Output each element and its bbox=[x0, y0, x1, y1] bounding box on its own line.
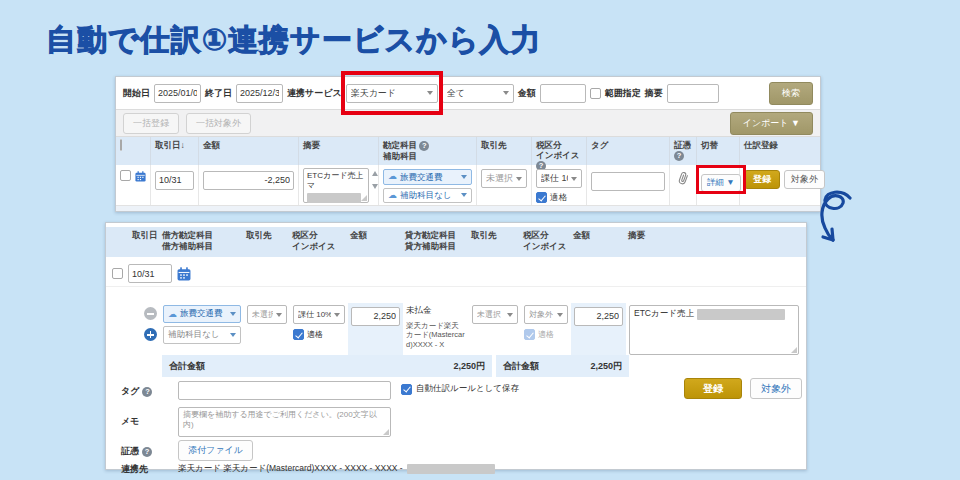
search-button[interactable]: 検索 bbox=[769, 82, 813, 105]
resize-grip-icon[interactable] bbox=[361, 195, 367, 201]
row-checkbox[interactable] bbox=[120, 170, 131, 181]
chevron-down-icon bbox=[461, 175, 467, 179]
attach-file-button[interactable]: 添付ファイル bbox=[178, 440, 253, 461]
credit-amount-input[interactable] bbox=[574, 307, 623, 326]
chevron-down-icon bbox=[230, 312, 236, 316]
resize-grip-icon[interactable] bbox=[383, 429, 389, 435]
hand-drawn-arrow bbox=[812, 190, 856, 252]
debit-account-select[interactable]: ☁旅費交通費 bbox=[163, 305, 241, 323]
import-button[interactable]: インポート ▼ bbox=[730, 112, 813, 135]
jheader-amount2: 金額 bbox=[571, 227, 626, 257]
select-all-checkbox[interactable] bbox=[120, 139, 122, 151]
scroll-up-icon[interactable] bbox=[372, 171, 378, 176]
amount-label: 金額 bbox=[518, 87, 536, 100]
filter-row: 開始日 終了日 連携サービス 楽天カード 全て 金額 範囲指定 摘要 検索 bbox=[116, 77, 820, 109]
screenshot-canvas: 自動で仕訳①連携サービスから入力 開始日 終了日 連携サービス 楽天カード 全て… bbox=[0, 0, 960, 480]
debit-qualified-checkbox[interactable] bbox=[293, 329, 304, 340]
bulk-register-button[interactable]: 一括登録 bbox=[123, 113, 179, 134]
highlight-box-service: 楽天カード bbox=[346, 84, 438, 103]
range-checkbox[interactable] bbox=[590, 88, 601, 99]
row-summary-textarea[interactable]: ETCカード売上 マ bbox=[303, 168, 369, 203]
redacted-text bbox=[307, 193, 361, 203]
row-date-input[interactable] bbox=[155, 171, 194, 190]
journal-register-button[interactable]: 登録 bbox=[684, 378, 742, 399]
chevron-down-icon bbox=[507, 313, 513, 317]
credit-account[interactable]: 未払金 bbox=[406, 305, 466, 317]
account-select[interactable]: ☁旅費交通費 bbox=[383, 169, 472, 185]
header-date[interactable]: 取引日↓ bbox=[150, 137, 198, 165]
journal-tag-input[interactable] bbox=[178, 381, 391, 400]
auto-rule-checkbox[interactable] bbox=[401, 384, 412, 395]
jheader-summary: 摘要 bbox=[626, 227, 806, 257]
tag-input[interactable] bbox=[591, 172, 665, 191]
journal-detail-panel: 取引日 借方勘定科目借方補助科目 取引先 税区分インボイス 金額 貸方勘定科目貸… bbox=[105, 222, 807, 470]
header-account: 勘定科目 ? 補助科目 bbox=[378, 137, 476, 165]
add-line-icon[interactable] bbox=[144, 328, 157, 341]
partner-select[interactable]: 未選択 bbox=[481, 169, 527, 188]
debit-partner-select[interactable]: 未選択 bbox=[247, 305, 287, 324]
help-icon[interactable]: ? bbox=[419, 141, 429, 151]
redacted-text bbox=[697, 309, 785, 320]
jheader-tax: 税区分インボイス bbox=[290, 227, 348, 257]
bulk-exclude-button[interactable]: 一括対象外 bbox=[186, 113, 251, 134]
amount-filter-input[interactable] bbox=[540, 84, 586, 103]
debit-tax-select[interactable]: 課仕 10% bbox=[293, 305, 345, 324]
resize-grip-icon[interactable] bbox=[791, 347, 797, 353]
debit-amount-input[interactable] bbox=[351, 307, 400, 326]
help-icon[interactable]: ? bbox=[142, 387, 152, 397]
help-icon[interactable]: ? bbox=[674, 151, 684, 161]
start-date-label: 開始日 bbox=[123, 87, 150, 100]
credit-partner-select[interactable]: 未選択 bbox=[472, 305, 518, 324]
jheader-partner2: 取引先 bbox=[469, 227, 521, 257]
cloud-sync-icon: ☁ bbox=[168, 310, 177, 319]
scope-select[interactable]: 全て bbox=[442, 84, 514, 103]
detail-toggle-button[interactable]: 詳細 ▼ bbox=[701, 174, 741, 192]
debit-subaccount-select[interactable]: 補助科目なし bbox=[163, 326, 241, 344]
jheader-date: 取引日 bbox=[130, 227, 160, 257]
scroll-down-icon[interactable] bbox=[372, 184, 378, 189]
credit-total: 合計金額2,250円 bbox=[496, 355, 629, 377]
credit-tax-select[interactable]: 対象外 bbox=[524, 305, 568, 324]
header-register: 仕訳登録 bbox=[739, 137, 820, 165]
start-date-input[interactable] bbox=[154, 84, 201, 103]
bulk-action-row: 一括登録 一括対象外 インポート ▼ bbox=[116, 109, 820, 137]
journal-summary-textarea[interactable]: ETCカード売上 bbox=[629, 305, 799, 355]
chevron-down-icon bbox=[461, 193, 467, 197]
credit-account-detail: 楽天カード楽天カード(Mastercard)XXXX - X bbox=[406, 321, 466, 349]
sort-desc-icon: ↓ bbox=[181, 140, 185, 150]
journal-header: 取引日 借方勘定科目借方補助科目 取引先 税区分インボイス 金額 貸方勘定科目貸… bbox=[106, 227, 806, 257]
end-date-input[interactable] bbox=[236, 84, 283, 103]
transaction-list-panel: 開始日 終了日 連携サービス 楽天カード 全て 金額 範囲指定 摘要 検索 bbox=[115, 76, 821, 212]
end-date-label: 終了日 bbox=[205, 87, 232, 100]
chevron-down-icon bbox=[276, 313, 282, 317]
subaccount-select[interactable]: ☁補助科目なし bbox=[383, 188, 472, 204]
exclude-button[interactable]: 対象外 bbox=[784, 170, 825, 189]
summary-filter-input[interactable] bbox=[667, 84, 719, 103]
linked-service-label: 連携先 bbox=[121, 463, 148, 476]
qualified-checkbox[interactable] bbox=[536, 192, 547, 203]
header-evidence: 証憑 ? bbox=[669, 137, 696, 165]
memo-textarea[interactable]: 摘要欄を補助する用途でご利用ください。(200文字以内) bbox=[178, 407, 391, 437]
service-select[interactable]: 楽天カード bbox=[346, 84, 438, 103]
horizontal-scrollbar[interactable] bbox=[116, 205, 820, 211]
header-checkbox-cell bbox=[116, 137, 150, 165]
remove-line-icon[interactable] bbox=[144, 307, 157, 320]
header-partner: 取引先 bbox=[476, 137, 531, 165]
register-button[interactable]: 登録 bbox=[744, 170, 780, 189]
jheader-tax2: 税区分インボイス bbox=[521, 227, 571, 257]
journal-row-checkbox[interactable] bbox=[112, 268, 123, 279]
calendar-icon[interactable] bbox=[177, 267, 191, 281]
jheader-credit-account: 貸方勘定科目貸方補助科目 bbox=[403, 227, 469, 257]
help-icon[interactable]: ? bbox=[142, 447, 152, 457]
chevron-down-icon bbox=[427, 91, 433, 95]
journal-exclude-button[interactable]: 対象外 bbox=[750, 378, 802, 399]
scroll-spinner[interactable] bbox=[372, 171, 378, 189]
credit-qualified-checkbox[interactable] bbox=[524, 329, 535, 340]
calendar-icon[interactable] bbox=[135, 170, 146, 183]
paperclip-icon[interactable] bbox=[675, 170, 690, 188]
debit-total: 合計金額2,250円 bbox=[162, 355, 492, 377]
journal-date-input[interactable] bbox=[128, 264, 172, 283]
table-row: ETCカード売上 マ ☁旅費交通費 ☁補助科目なし 未選択 課仕 10% 適格 bbox=[116, 165, 820, 206]
tax-select[interactable]: 課仕 10% bbox=[536, 169, 582, 188]
row-amount-input[interactable] bbox=[203, 171, 294, 190]
